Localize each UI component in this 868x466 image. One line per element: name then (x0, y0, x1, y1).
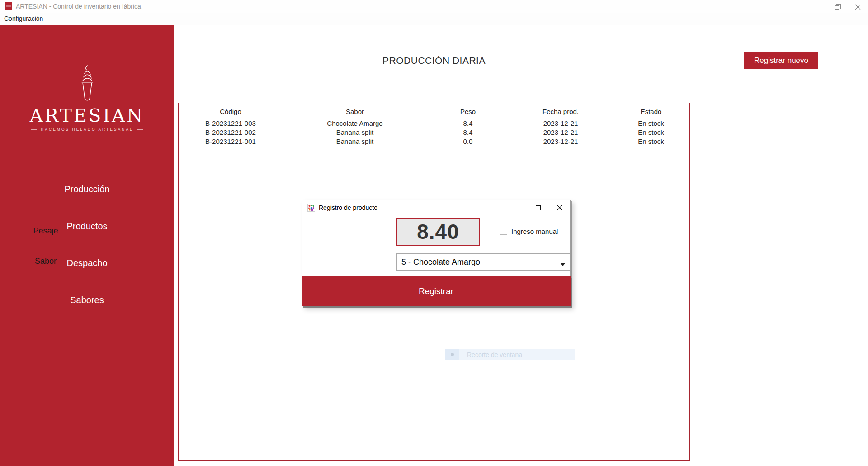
dialog-titlebar: Registro de producto (302, 200, 570, 215)
restore-button[interactable] (826, 0, 847, 14)
col-header-estado: Estado (613, 108, 689, 115)
cell-fecha: 2023-12-21 (509, 138, 613, 145)
page-title: PRODUCCIÓN DIARIA (178, 55, 690, 66)
sidebar-item-produccion[interactable]: Producción (0, 184, 174, 195)
sidebar: ARTESIAN HACEMOS HELADO ARTESANAL Produc… (0, 25, 174, 466)
restore-icon (835, 5, 839, 10)
dialog-maximize-button[interactable] (528, 200, 549, 215)
logo-line-right (104, 93, 139, 93)
cell-estado: En stock (613, 138, 689, 145)
cell-estado: En stock (613, 128, 689, 136)
cell-sabor: Banana split (283, 128, 427, 136)
cell-peso: 8.4 (427, 128, 509, 136)
logo-line-left (35, 93, 71, 93)
cell-sabor: Banana split (283, 138, 427, 145)
window-titlebar: ARTESIAN - Control de inventario en fábr… (0, 0, 868, 13)
col-header-fecha: Fecha prod. (509, 108, 613, 115)
dialog-close-button[interactable] (549, 200, 570, 215)
window-title: ARTESIAN - Control de inventario en fábr… (16, 3, 141, 10)
table-row[interactable]: B-20231221-002 Banana split 8.4 2023-12-… (179, 128, 689, 137)
register-new-button[interactable]: Registrar nuevo (744, 52, 818, 69)
artesian-logo: ARTESIAN HACEMOS HELADO ARTESANAL (0, 63, 174, 132)
cell-codigo: B-20231221-003 (179, 119, 283, 127)
dialog-title: Registro de producto (319, 204, 377, 211)
tagline-dash-right (137, 129, 143, 130)
cell-estado: En stock (613, 119, 689, 127)
cell-codigo: B-20231221-002 (179, 128, 283, 136)
close-icon (557, 205, 562, 210)
col-header-codigo: Código (179, 108, 283, 115)
manual-entry-label[interactable]: Ingreso manual (511, 228, 558, 235)
manual-entry-checkbox[interactable] (500, 228, 507, 235)
snip-chip (445, 349, 459, 360)
table-row[interactable]: B-20231221-003 Chocolate Amargo 8.4 2023… (179, 119, 689, 128)
window-snip-overlay[interactable]: Recorte de ventana (445, 349, 575, 360)
maximize-icon (536, 205, 541, 210)
snip-dot-icon (451, 353, 454, 356)
app-icon (5, 2, 12, 10)
cell-fecha: 2023-12-21 (509, 119, 613, 127)
logo-tagline: HACEMOS HELADO ARTESANAL (41, 127, 133, 132)
close-button[interactable] (847, 0, 868, 14)
ice-cream-icon (73, 63, 101, 105)
col-header-sabor: Sabor (283, 108, 427, 115)
cell-fecha: 2023-12-21 (509, 128, 613, 136)
minimize-icon (813, 7, 819, 7)
window-controls (806, 0, 868, 14)
chevron-down-icon (561, 263, 565, 266)
sidebar-item-sabores[interactable]: Sabores (0, 295, 174, 305)
cell-peso: 0.0 (427, 138, 509, 145)
dialog-minimize-button[interactable] (506, 200, 528, 215)
sabor-combobox[interactable]: 5 - Chocolate Amargo (396, 253, 570, 271)
registrar-button[interactable]: Registrar (302, 276, 571, 306)
tagline-dash-left (31, 129, 37, 130)
menu-configuracion[interactable]: Configuración (4, 15, 43, 22)
dialog-app-icon (307, 204, 315, 212)
dialog-controls (506, 200, 570, 215)
sabor-selected-value: 5 - Chocolate Amargo (401, 257, 480, 267)
cell-sabor: Chocolate Amargo (283, 119, 427, 127)
col-header-peso: Peso (427, 108, 509, 115)
weight-display: 8.40 (396, 218, 480, 246)
cell-peso: 8.4 (427, 119, 509, 127)
snip-label: Recorte de ventana (467, 351, 522, 358)
cell-codigo: B-20231221-001 (179, 138, 283, 145)
menubar: Configuración (0, 13, 868, 25)
table-row[interactable]: B-20231221-001 Banana split 0.0 2023-12-… (179, 137, 689, 146)
close-icon (855, 4, 861, 10)
table-header-row: Código Sabor Peso Fecha prod. Estado (179, 103, 689, 115)
logo-wordmark: ARTESIAN (0, 106, 174, 125)
sabor-label: Sabor (18, 257, 73, 266)
pesaje-label: Pesaje (18, 226, 73, 236)
table-body: B-20231221-003 Chocolate Amargo 8.4 2023… (179, 119, 689, 146)
minimize-icon (514, 208, 519, 208)
minimize-button[interactable] (806, 0, 826, 14)
